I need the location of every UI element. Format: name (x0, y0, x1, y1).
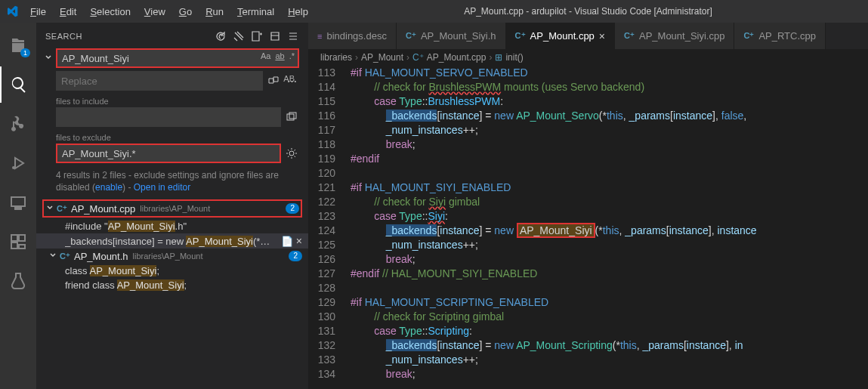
code-line[interactable]: 120 (308, 166, 868, 181)
replace-input[interactable] (56, 71, 263, 91)
new-search-icon[interactable] (251, 30, 263, 42)
menu-view[interactable]: View (138, 3, 171, 20)
result-match[interactable]: _backends[instance] = new AP_Mount_Siyi(… (36, 233, 308, 249)
testing-tab[interactable] (0, 263, 36, 299)
file-icon: C⁺ (624, 31, 635, 41)
file-name: AP_Mount.h (74, 251, 128, 262)
code-line[interactable]: 118 break; (308, 137, 868, 152)
code-line[interactable]: 131 case Type::Scripting: (308, 324, 868, 338)
line-number: 113 (308, 66, 351, 80)
code-line[interactable]: 125 _num_instances++; (308, 238, 868, 252)
menu-terminal[interactable]: Terminal (231, 3, 280, 20)
line-number: 123 (308, 209, 351, 224)
tab-label: AP_RTC.cpp (758, 30, 816, 42)
dismiss-icon[interactable]: × (296, 235, 302, 247)
file-icon: C⁺ (56, 202, 68, 215)
code-line[interactable]: 117 _num_instances++; (308, 123, 868, 137)
breadcrumb-item[interactable]: init() (505, 52, 523, 63)
match-word-icon[interactable]: ab (275, 51, 284, 60)
tab-ap-mount-siyi-cpp[interactable]: C⁺AP_Mount_Siyi.cpp (615, 23, 734, 49)
result-file[interactable]: C⁺AP_Mount.cpplibraries\AP_Mount2 (42, 199, 302, 218)
extensions-tab[interactable] (0, 224, 36, 260)
match-icon: 📄 (281, 236, 293, 247)
tab-ap-mount-cpp[interactable]: C⁺AP_Mount.cpp× (506, 23, 615, 49)
use-exclude-settings-icon[interactable] (284, 144, 299, 163)
main-menu: FileEditSelectionViewGoRunTerminalHelp (24, 3, 314, 20)
clear-icon[interactable] (233, 30, 245, 42)
match-case-icon[interactable]: Aa (261, 51, 270, 60)
regex-icon[interactable]: .* (289, 51, 295, 60)
tab-bindings-desc[interactable]: ≡bindings.desc (308, 23, 397, 49)
debug-tab[interactable] (0, 145, 36, 181)
code-line[interactable]: 113#if HAL_MOUNT_SERVO_ENABLED (308, 66, 868, 80)
file-icon: C⁺ (406, 31, 416, 41)
tab-label: bindings.desc (326, 30, 387, 42)
file-path: libraries\AP_Mount (133, 252, 203, 261)
menu-run[interactable]: Run (199, 3, 230, 20)
breadcrumbs[interactable]: libraries›AP_Mount›C⁺AP_Mount.cpp›⊞init(… (308, 49, 868, 66)
file-icon: ≡ (317, 32, 322, 41)
code-line[interactable]: 134 break; (308, 367, 868, 381)
include-input[interactable] (56, 107, 281, 127)
explorer-tab[interactable]: 1 (0, 27, 36, 63)
menu-help[interactable]: Help (282, 3, 314, 20)
breadcrumb-item[interactable]: AP_Mount.cpp (427, 52, 487, 63)
collapse-icon[interactable] (269, 30, 281, 42)
line-number: 127 (308, 267, 351, 281)
result-match[interactable]: #include "AP_Mount_Siyi.h" (36, 219, 308, 233)
scm-tab[interactable] (0, 106, 36, 142)
code-line[interactable]: 130 // check for Scripting gimbal (308, 310, 868, 324)
exclude-input[interactable] (56, 144, 281, 163)
enable-link[interactable]: enable (95, 182, 122, 193)
file-icon: C⁺ (743, 31, 754, 41)
breadcrumb-item[interactable]: libraries (320, 52, 352, 63)
result-match[interactable]: friend class AP_Mount_Siyi; (36, 278, 308, 292)
svg-rect-2 (289, 113, 296, 119)
code-line[interactable]: 127#endif // HAL_MOUNT_SIYI_ENABLED (308, 267, 868, 281)
replace-all-icon[interactable] (266, 75, 281, 87)
breadcrumb-icon: ⊞ (495, 52, 502, 63)
code-line[interactable]: 126 break; (308, 252, 868, 267)
menu-file[interactable]: File (24, 3, 52, 20)
tab-ap-mount-siyi-h[interactable]: C⁺AP_Mount_Siyi.h (397, 23, 506, 49)
preserve-case-icon[interactable]: AB (283, 74, 295, 83)
open-in-editor-link[interactable]: Open in editor (134, 182, 190, 193)
file-icon: C⁺ (515, 31, 526, 41)
breadcrumb-item[interactable]: AP_Mount (361, 52, 403, 63)
remote-tab[interactable] (0, 184, 36, 221)
menu-selection[interactable]: Selection (84, 3, 136, 20)
code-editor[interactable]: 113#if HAL_MOUNT_SERVO_ENABLED114 // che… (308, 66, 868, 389)
toggle-replace-icon[interactable] (44, 53, 53, 64)
code-line[interactable]: 129#if HAL_MOUNT_SCRIPTING_ENABLED (308, 295, 868, 310)
line-number: 122 (308, 195, 351, 209)
view-mode-icon[interactable] (287, 30, 299, 42)
code-line[interactable]: 132 _backends[instance] = new AP_Mount_S… (308, 338, 868, 353)
search-results: C⁺AP_Mount.cpplibraries\AP_Mount2#includ… (36, 198, 308, 292)
code-line[interactable]: 123 case Type::Siyi: (308, 209, 868, 224)
menu-go[interactable]: Go (173, 3, 198, 20)
line-number: 130 (308, 310, 351, 324)
match-text: _backends[instance] = new AP_Mount_Siyi(… (65, 236, 281, 247)
code-line[interactable]: 124 _backends[instance] = new AP_Mount_S… (308, 224, 868, 238)
code-line[interactable]: 115 case Type::BrushlessPWM: (308, 94, 868, 109)
line-number: 116 (308, 109, 351, 123)
search-tab[interactable] (0, 66, 36, 103)
tab-ap-rtc-cpp[interactable]: C⁺AP_RTC.cpp (734, 23, 826, 49)
menu-edit[interactable]: Edit (54, 3, 82, 20)
code-line[interactable]: 121#if HAL_MOUNT_SIYI_ENABLED (308, 181, 868, 195)
code-line[interactable]: 122 // check for Siyi gimbal (308, 195, 868, 209)
code-line[interactable]: 133 _num_instances++; (308, 353, 868, 367)
code-line[interactable]: 128 (308, 281, 868, 295)
refresh-icon[interactable] (215, 30, 227, 42)
open-editors-filter-icon[interactable] (284, 107, 299, 127)
result-file[interactable]: C⁺AP_Mount.hlibraries\AP_Mount2 (36, 249, 308, 264)
file-path: libraries\AP_Mount (140, 204, 210, 213)
line-number: 124 (308, 224, 351, 238)
result-match[interactable]: class AP_Mount_Siyi; (36, 264, 308, 278)
code-line[interactable]: 114 // check for BrushlessPWM mounts (us… (308, 80, 868, 94)
close-icon[interactable]: × (599, 30, 605, 42)
line-number: 125 (308, 238, 351, 252)
code-line[interactable]: 119#endif (308, 152, 868, 166)
line-number: 114 (308, 80, 351, 94)
code-line[interactable]: 116 _backends[instance] = new AP_Mount_S… (308, 109, 868, 123)
